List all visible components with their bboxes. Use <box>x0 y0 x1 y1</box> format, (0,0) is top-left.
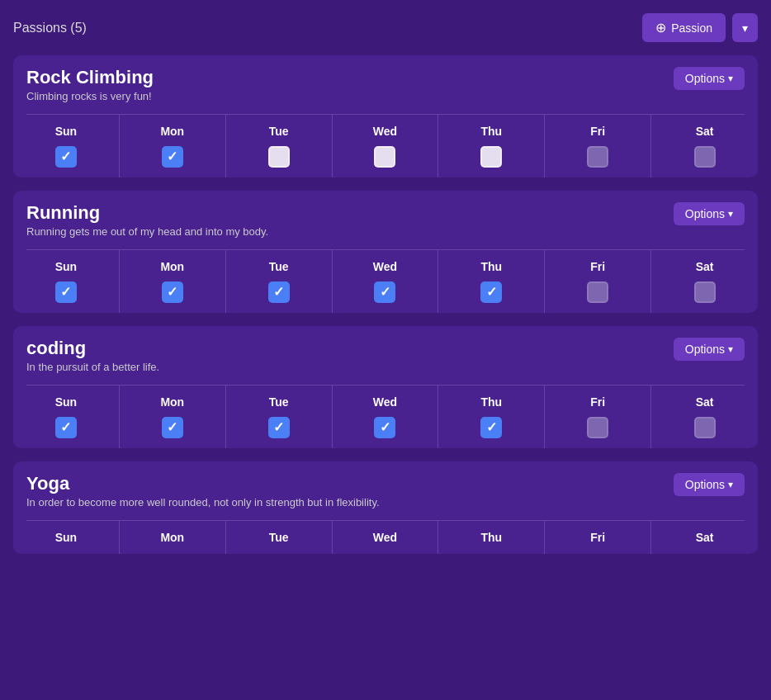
checkbox-rock-climbing-fri[interactable] <box>587 146 608 168</box>
day-cell-yoga-fri: Fri <box>545 521 651 554</box>
checkmark-icon: ✓ <box>167 421 177 434</box>
day-label-rock-climbing-thu: Thu <box>481 125 503 138</box>
plus-circle-icon: ⊕ <box>655 20 666 35</box>
collapse-button[interactable]: ▾ <box>732 13 758 42</box>
passion-card-running: RunningRunning gets me out of my head an… <box>13 191 758 313</box>
day-cell-coding-mon: Mon✓ <box>120 385 226 448</box>
options-chevron-icon: ▾ <box>728 479 733 490</box>
passions-list: Rock ClimbingClimbing rocks is very fun!… <box>13 55 758 554</box>
checkbox-running-tue[interactable]: ✓ <box>268 281 290 303</box>
day-label-coding-sat: Sat <box>696 395 714 409</box>
checkbox-coding-sat[interactable] <box>694 417 716 438</box>
day-cell-yoga-wed: Wed <box>333 521 439 554</box>
day-label-yoga-sat: Sat <box>696 531 714 544</box>
passion-card-coding: codingIn the pursuit of a better life.Op… <box>13 326 758 448</box>
day-cell-coding-thu: Thu✓ <box>438 385 545 448</box>
checkbox-running-fri[interactable] <box>587 281 608 303</box>
passion-title-running: Running <box>26 202 268 224</box>
checkbox-coding-fri[interactable] <box>587 417 608 438</box>
options-button-coding[interactable]: Options ▾ <box>674 338 745 361</box>
checkbox-rock-climbing-sat[interactable] <box>694 146 716 168</box>
day-label-running-sat: Sat <box>696 260 714 273</box>
checkmark-icon: ✓ <box>486 421 497 434</box>
options-button-yoga[interactable]: Options ▾ <box>674 473 745 496</box>
day-label-yoga-thu: Thu <box>481 531 503 544</box>
day-label-yoga-wed: Wed <box>373 531 397 544</box>
day-cell-coding-fri: Fri <box>545 385 651 448</box>
day-cell-rock-climbing-tue: Tue <box>226 115 333 177</box>
day-cell-rock-climbing-sun: Sun✓ <box>13 115 120 177</box>
checkmark-icon: ✓ <box>60 286 71 299</box>
day-cell-yoga-sat: Sat <box>651 521 758 554</box>
checkbox-running-thu[interactable]: ✓ <box>480 281 502 303</box>
day-cell-rock-climbing-fri: Fri <box>545 115 651 177</box>
checkbox-coding-mon[interactable]: ✓ <box>162 417 183 438</box>
checkbox-running-mon[interactable]: ✓ <box>162 281 183 303</box>
day-cell-running-thu: Thu✓ <box>438 250 545 313</box>
options-label: Options <box>685 478 725 491</box>
day-label-yoga-mon: Mon <box>160 531 184 544</box>
day-label-coding-thu: Thu <box>481 395 503 409</box>
day-cell-running-sun: Sun✓ <box>13 250 120 313</box>
checkmark-icon: ✓ <box>167 286 177 299</box>
checkbox-running-sun[interactable]: ✓ <box>55 281 77 303</box>
day-cell-coding-sat: Sat <box>651 385 758 448</box>
day-label-coding-tue: Tue <box>269 395 289 409</box>
passion-header-coding: codingIn the pursuit of a better life.Op… <box>13 326 758 385</box>
passions-container: Passions (5) ⊕ Passion ▾ Rock ClimbingCl… <box>0 0 771 700</box>
day-label-running-mon: Mon <box>160 260 184 273</box>
day-cell-running-fri: Fri <box>545 250 651 313</box>
passion-title-block-rock-climbing: Rock ClimbingClimbing rocks is very fun! <box>26 67 154 111</box>
options-button-rock-climbing[interactable]: Options ▾ <box>674 67 745 90</box>
checkmark-icon: ✓ <box>167 150 177 163</box>
passion-desc-rock-climbing: Climbing rocks is very fun! <box>26 90 154 102</box>
checkbox-coding-wed[interactable]: ✓ <box>374 417 395 438</box>
options-label: Options <box>685 207 725 220</box>
options-label: Options <box>685 72 725 85</box>
checkbox-coding-tue[interactable]: ✓ <box>268 417 290 438</box>
options-label: Options <box>685 343 725 356</box>
passion-title-block-yoga: YogaIn order to become more well rounded… <box>26 473 380 517</box>
day-cell-coding-sun: Sun✓ <box>13 385 120 448</box>
checkbox-running-wed[interactable]: ✓ <box>374 281 395 303</box>
day-label-rock-climbing-wed: Wed <box>373 125 397 138</box>
checkbox-coding-sun[interactable]: ✓ <box>55 417 77 438</box>
day-cell-rock-climbing-wed: Wed <box>333 115 439 177</box>
day-label-rock-climbing-sun: Sun <box>55 125 77 138</box>
header-actions: ⊕ Passion ▾ <box>642 13 758 42</box>
passion-desc-coding: In the pursuit of a better life. <box>26 361 159 373</box>
checkbox-rock-climbing-wed[interactable] <box>374 146 395 168</box>
days-grid-yoga: SunMonTueWedThuFriSat <box>13 521 758 554</box>
day-cell-yoga-mon: Mon <box>120 521 226 554</box>
day-label-rock-climbing-tue: Tue <box>269 125 289 138</box>
days-grid-rock-climbing: Sun✓Mon✓TueWedThuFriSat <box>13 115 758 177</box>
day-cell-rock-climbing-thu: Thu <box>438 115 545 177</box>
checkmark-icon: ✓ <box>60 421 71 434</box>
options-chevron-icon: ▾ <box>728 208 733 220</box>
checkmark-icon: ✓ <box>60 150 71 163</box>
checkmark-icon: ✓ <box>273 286 284 299</box>
add-passion-button[interactable]: ⊕ Passion <box>642 13 726 42</box>
day-cell-running-wed: Wed✓ <box>333 250 439 313</box>
day-label-yoga-fri: Fri <box>590 531 605 544</box>
checkbox-rock-climbing-mon[interactable]: ✓ <box>162 146 183 168</box>
checkbox-running-sat[interactable] <box>694 281 716 303</box>
checkmark-icon: ✓ <box>273 421 284 434</box>
passion-desc-running: Running gets me out of my head and into … <box>26 225 268 238</box>
day-cell-yoga-thu: Thu <box>438 521 545 554</box>
day-label-running-sun: Sun <box>55 260 77 273</box>
passion-title-block-running: RunningRunning gets me out of my head an… <box>26 202 268 246</box>
options-button-running[interactable]: Options ▾ <box>674 202 745 225</box>
passion-title-yoga: Yoga <box>26 473 380 494</box>
passion-title-coding: coding <box>26 338 159 359</box>
checkmark-icon: ✓ <box>380 286 390 299</box>
passion-header-rock-climbing: Rock ClimbingClimbing rocks is very fun!… <box>13 55 758 114</box>
checkbox-rock-climbing-sun[interactable]: ✓ <box>55 146 77 168</box>
checkbox-rock-climbing-tue[interactable] <box>268 146 290 168</box>
days-grid-coding: Sun✓Mon✓Tue✓Wed✓Thu✓FriSat <box>13 385 758 448</box>
checkbox-rock-climbing-thu[interactable] <box>480 146 502 168</box>
checkbox-coding-thu[interactable]: ✓ <box>480 417 502 438</box>
day-cell-running-sat: Sat <box>651 250 758 313</box>
checkmark-icon: ✓ <box>486 286 497 299</box>
day-cell-coding-tue: Tue✓ <box>226 385 333 448</box>
